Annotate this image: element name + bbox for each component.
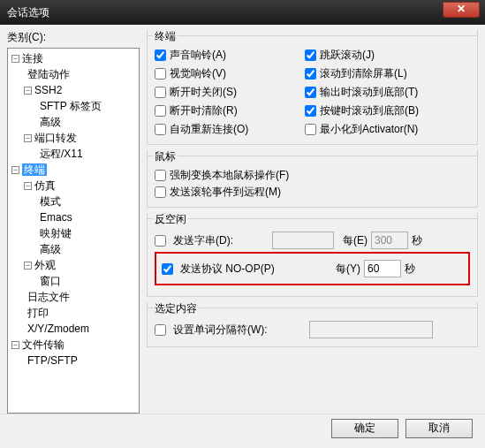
content: 类别(C): −连接 登陆动作 −SSH2 SFTP 标签页 高级 −端口转发 …: [0, 25, 485, 414]
highlight-box: 发送协议 NO-OP(P) 每(Y) 秒: [155, 252, 470, 285]
tree-sftp-tab[interactable]: SFTP 标签页: [8, 98, 139, 114]
lbl-every2: 每(Y): [336, 262, 360, 277]
cb-outbottom[interactable]: 输出时滚动到底部(T): [305, 85, 455, 100]
tree-remote-x11[interactable]: 远程/X11: [8, 146, 139, 162]
group-selection-legend: 选定内容: [153, 301, 199, 316]
category-label: 类别(C):: [7, 30, 140, 45]
cb-closedisc[interactable]: 断开时关闭(S): [155, 85, 305, 100]
close-button[interactable]: ✕: [443, 2, 480, 18]
cancel-button[interactable]: 取消: [405, 419, 473, 438]
cb-clrdisc[interactable]: 断开时清除(R): [155, 103, 305, 118]
tree-print[interactable]: 打印: [8, 305, 139, 321]
tree-mode[interactable]: 模式: [8, 194, 139, 209]
window-title: 会话选项: [7, 5, 49, 20]
tree-logfile[interactable]: 日志文件: [8, 289, 139, 305]
tree-connection[interactable]: −连接: [8, 50, 139, 66]
group-terminal-legend: 终端: [153, 29, 178, 44]
lbl-sendstr: 发送字串(D):: [173, 233, 269, 248]
group-mouse: 鼠标 强制变换本地鼠标操作(F) 发送滚轮事件到远程(M): [147, 150, 478, 208]
row-worddelim: 设置单词分隔符(W):: [155, 321, 470, 338]
cb-bell[interactable]: 声音响铃(A): [155, 48, 305, 63]
tree-mapkeys[interactable]: 映射键: [8, 225, 139, 241]
tree-portfwd[interactable]: −端口转发: [8, 130, 139, 146]
sendstr-input[interactable]: [272, 232, 334, 249]
lbl-sendproto: 发送协议 NO-OP(P): [180, 262, 295, 277]
tree-emulation[interactable]: −仿真: [8, 178, 139, 194]
cb-sendstr[interactable]: [155, 235, 166, 247]
tree-xyzmodem[interactable]: X/Y/Zmodem: [8, 321, 139, 337]
tree-ftp-sftp[interactable]: FTP/SFTP: [8, 353, 139, 368]
tree-appearance[interactable]: −外观: [8, 257, 139, 273]
tree-advanced2[interactable]: 高级: [8, 241, 139, 257]
lbl-secs2: 秒: [405, 262, 415, 277]
tree-filetransfer[interactable]: −文件传输: [8, 337, 139, 353]
tree-window[interactable]: 窗口: [8, 273, 139, 289]
cb-jump[interactable]: 跳跃滚动(J): [305, 48, 455, 63]
titlebar: 会话选项 ✕: [0, 0, 485, 25]
lbl-secs1: 秒: [412, 233, 422, 248]
cb-forcelocal[interactable]: 强制变换本地鼠标操作(F): [155, 168, 470, 183]
group-mouse-legend: 鼠标: [153, 149, 178, 164]
tree-ssh2[interactable]: −SSH2: [8, 82, 139, 98]
group-selection: 选定内容 设置单词分隔符(W):: [147, 302, 478, 347]
cb-sendproto[interactable]: [162, 263, 173, 275]
tree-terminal[interactable]: −终端: [8, 162, 139, 178]
worddelim-input[interactable]: [309, 321, 433, 338]
interval1-input[interactable]: [371, 232, 408, 249]
cb-clrscroll[interactable]: 滚动到清除屏幕(L): [305, 66, 455, 81]
group-antiidle-legend: 反空闲: [153, 212, 188, 227]
tree-advanced1[interactable]: 高级: [8, 114, 139, 130]
footer: 确定 取消: [0, 414, 485, 442]
lbl-worddelim: 设置单词分隔符(W):: [173, 323, 306, 338]
group-terminal: 终端 声音响铃(A) 跳跃滚动(J) 视觉响铃(V) 滚动到清除屏幕(L) 断开…: [147, 30, 478, 145]
row-sendproto: 发送协议 NO-OP(P) 每(Y) 秒: [162, 260, 463, 277]
group-antiidle: 反空闲 发送字串(D): 每(E) 秒 发送协议 NO-OP(P) 每(Y) 秒: [147, 213, 478, 297]
tree-login[interactable]: 登陆动作: [8, 66, 139, 82]
tree-emacs[interactable]: Emacs: [8, 209, 139, 225]
cb-keybottom[interactable]: 按键时滚动到底部(B): [305, 103, 455, 118]
left-column: 类别(C): −连接 登陆动作 −SSH2 SFTP 标签页 高级 −端口转发 …: [7, 30, 140, 414]
ok-button[interactable]: 确定: [331, 419, 398, 438]
cb-vbell[interactable]: 视觉响铃(V): [155, 66, 305, 81]
row-sendstr: 发送字串(D): 每(E) 秒: [155, 232, 470, 249]
interval2-input[interactable]: [364, 260, 401, 277]
lbl-every1: 每(E): [343, 233, 368, 248]
cb-minactivator[interactable]: 最小化到Activator(N): [305, 122, 455, 137]
cb-sendwheel[interactable]: 发送滚轮事件到远程(M): [155, 185, 470, 200]
cb-autoreconn[interactable]: 自动重新连接(O): [155, 122, 305, 137]
right-panel: 终端 声音响铃(A) 跳跃滚动(J) 视觉响铃(V) 滚动到清除屏幕(L) 断开…: [140, 30, 478, 414]
category-tree[interactable]: −连接 登陆动作 −SSH2 SFTP 标签页 高级 −端口转发 远程/X11 …: [7, 48, 140, 414]
cb-worddelim[interactable]: [155, 324, 166, 336]
